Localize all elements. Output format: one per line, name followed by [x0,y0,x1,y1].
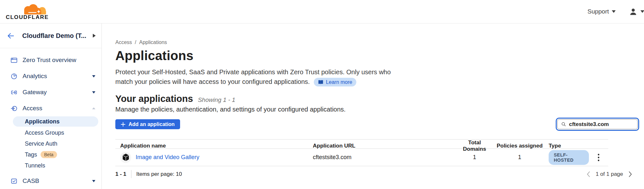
sidebar-item-label: Gateway [23,89,47,96]
table-header-row: Application name Application URL Total D… [115,139,608,149]
page-description: Protect your Self-Hosted, SaaS and Priva… [115,67,644,86]
sidebar-item-label: Applications [25,118,60,125]
logo-wordmark: CLOUDFLARE [6,14,49,21]
chevron-left-icon [587,171,590,177]
account-selector[interactable]: Cloudflare Demo (T... [0,23,101,48]
support-chevron-icon [612,10,616,13]
top-header: CLOUDFLARE Support [0,0,644,23]
learn-more-button[interactable]: Learn more [314,78,357,86]
sidebar-item-gateway[interactable]: Gateway [0,84,101,100]
sidebar-item-label: Access [23,105,42,112]
type-badge: SELF-HOSTED [549,150,589,165]
sidebar-item-service-auth[interactable]: Service Auth [0,138,101,149]
description-line2: match your policies will have access to … [115,78,310,85]
sidebar-item-label: Tags [25,151,37,158]
casb-icon [11,178,18,184]
breadcrumb-separator: / [135,40,136,45]
sidebar-item-label: Zero Trust overview [23,57,76,64]
column-total-domains: Total Domains [458,140,491,152]
application-url: cftestsite3.com [313,154,458,161]
section-title: Your applications [115,94,193,104]
sidebar-item-analytics[interactable]: Analytics [0,68,101,84]
sidebar-item-zero-trust-overview[interactable]: Zero Trust overview [0,52,101,68]
footer-divider [131,170,131,178]
back-arrow-icon[interactable] [6,32,15,40]
total-domains-value: 1 [458,154,491,161]
support-label: Support [587,8,609,15]
next-page-button[interactable] [629,171,632,177]
sidebar: Cloudflare Demo (T... Zero Trust overvie… [0,23,102,189]
items-per-page[interactable]: Items per page: 10 [136,171,182,177]
breadcrumb-applications: Applications [139,40,167,45]
row-actions-menu[interactable] [589,153,608,162]
chevron-right-icon [629,171,632,177]
table-row: Image and Video Gallery cftestsite3.com … [115,149,608,166]
search-box [556,118,639,131]
user-menu[interactable] [629,8,644,16]
sidebar-nav: Zero Trust overview Analytics Gateway [0,48,101,189]
sidebar-item-label: Analytics [23,73,47,80]
book-icon [318,80,323,85]
beta-badge: Beta [41,151,57,158]
analytics-icon [11,73,18,80]
account-name: Cloudflare Demo (T... [22,32,86,40]
items-range: 1 - 1 [115,171,126,177]
app-avatar [120,152,131,163]
application-name-link[interactable]: Image and Video Gallery [136,154,199,161]
overview-icon [11,57,18,64]
page-title: Applications [115,49,644,63]
learn-more-label: Learn more [326,77,352,87]
chevron-down-icon[interactable] [92,180,95,182]
user-chevron-icon [640,10,644,13]
breadcrumb-access[interactable]: Access [115,40,132,45]
chevron-down-icon[interactable] [92,91,95,94]
cloudflare-cloud-icon [20,4,48,15]
description-line1: Protect your Self-Hosted, SaaS and Priva… [115,68,391,76]
column-policies-assigned: Policies assigned [491,143,549,149]
search-icon [561,122,566,127]
sidebar-item-label: Service Auth [25,140,57,147]
applications-table: Application name Application URL Total D… [115,139,608,166]
showing-count: Showing 1 - 1 [198,96,235,104]
previous-page-button[interactable] [587,171,590,177]
sidebar-item-casb[interactable]: CASB [0,173,101,189]
account-expand-icon[interactable] [93,34,96,38]
section-subtext: Manage the policies, authentication, and… [115,106,644,113]
column-application-url: Application URL [313,143,458,149]
plus-icon [121,122,125,127]
chevron-up-icon[interactable] [92,107,95,109]
sidebar-item-tunnels[interactable]: Tunnels [0,160,101,171]
main-content: Access / Applications Applications Prote… [102,23,644,189]
support-menu[interactable]: Support [587,8,616,15]
sidebar-item-access[interactable]: Access [0,100,101,116]
access-icon [11,105,18,112]
add-application-label: Add an application [129,122,175,127]
sidebar-item-label: Tunnels [25,162,45,169]
page-indicator: 1 of 1 page [596,171,623,177]
search-input[interactable] [569,121,634,128]
sidebar-item-applications[interactable]: Applications [13,116,98,127]
sidebar-item-label: Access Groups [25,130,64,136]
app-cube-icon [122,153,130,161]
chevron-down-icon[interactable] [92,75,95,77]
policies-assigned-value: 1 [491,154,549,161]
cloudflare-logo[interactable]: CLOUDFLARE [6,4,51,21]
kebab-menu-icon [598,153,600,162]
sidebar-item-tags[interactable]: Tags Beta [0,149,101,160]
table-footer: 1 - 1 Items per page: 10 1 of 1 page [115,170,639,178]
sidebar-item-access-groups[interactable]: Access Groups [0,127,101,138]
sidebar-item-label: CASB [23,177,39,184]
user-icon [629,8,637,16]
breadcrumb: Access / Applications [115,40,644,45]
add-application-button[interactable]: Add an application [115,119,180,129]
column-application-name: Application name [115,143,313,149]
gateway-icon [11,89,18,96]
column-type: Type [549,143,589,149]
